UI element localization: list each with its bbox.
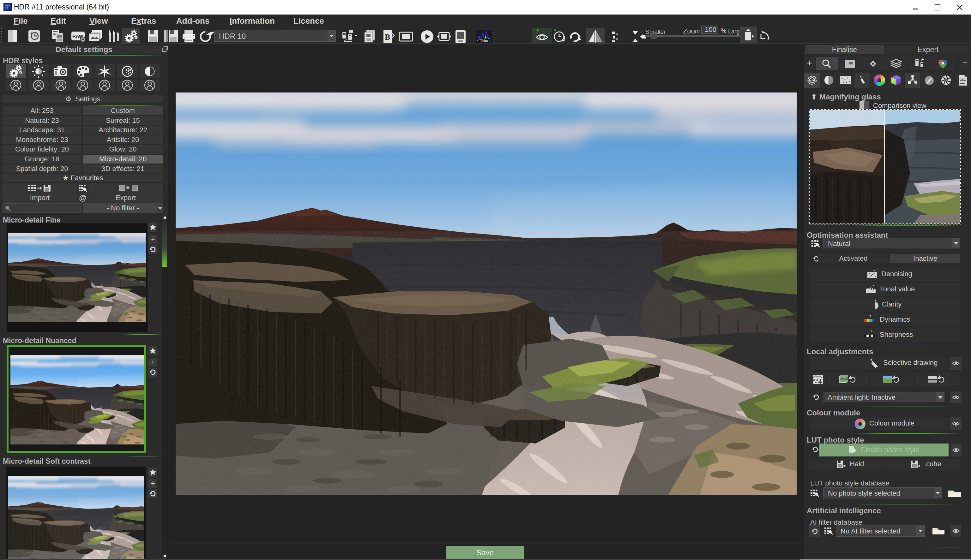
svg-text:B: B bbox=[385, 33, 390, 42]
